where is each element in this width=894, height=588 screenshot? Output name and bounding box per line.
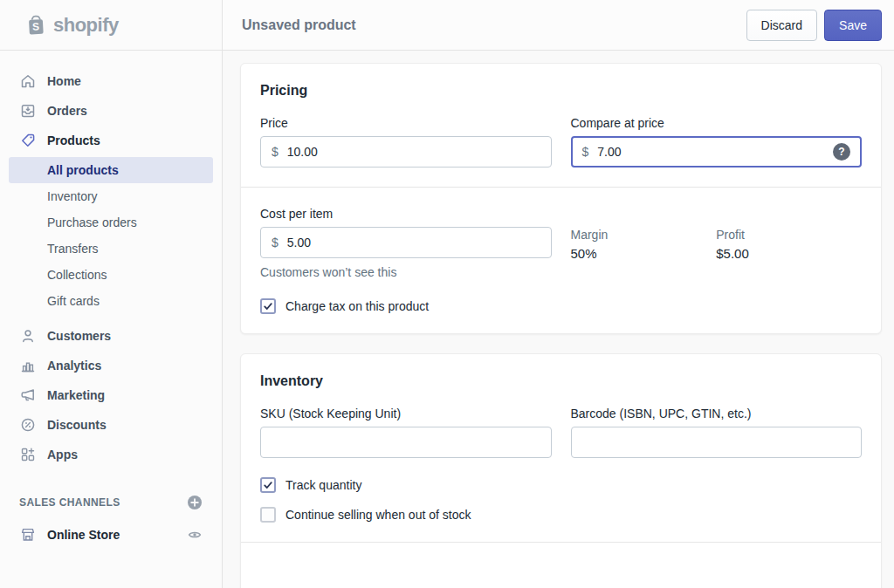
inventory-next-section: [241, 542, 881, 588]
sidebar-item-discounts[interactable]: Discounts: [0, 410, 222, 440]
storefront-icon: [19, 526, 37, 544]
profit-label: Profit: [716, 228, 862, 242]
main-content: Pricing Price $ Compare at price $: [223, 51, 894, 588]
shopify-wordmark: shopify: [53, 14, 119, 37]
inventory-heading: Inventory: [260, 373, 862, 389]
shopify-admin: S shopify Unsaved product Discard Save H…: [0, 0, 894, 588]
sales-channels-heading: SALES CHANNELS: [19, 496, 120, 509]
discount-badge-icon: [19, 416, 37, 434]
topbar-actions: Discard Save: [746, 10, 894, 41]
home-icon: [19, 72, 37, 90]
currency-prefix: $: [582, 145, 589, 159]
pricing-card: Pricing Price $ Compare at price $: [240, 63, 882, 334]
products-subnav: All products Inventory Purchase orders T…: [0, 157, 222, 314]
sidebar: Home Orders Products All products Invent…: [0, 51, 223, 588]
orders-icon: [19, 102, 37, 120]
shopify-logo[interactable]: S shopify: [0, 0, 223, 50]
cost-per-item-label: Cost per item: [260, 207, 552, 221]
sidebar-subitem-purchase-orders[interactable]: Purchase orders: [9, 209, 213, 236]
barcode-label: Barcode (ISBN, UPC, GTIN, etc.): [571, 407, 863, 420]
person-icon: [19, 327, 37, 345]
charge-tax-checkbox[interactable]: [260, 298, 276, 314]
barcode-field: Barcode (ISBN, UPC, GTIN, etc.): [571, 407, 863, 458]
sidebar-item-online-store[interactable]: Online Store: [0, 520, 222, 550]
sidebar-item-products[interactable]: Products: [0, 126, 222, 155]
save-button[interactable]: Save: [824, 10, 882, 41]
apps-grid-icon: [19, 446, 37, 463]
sku-input[interactable]: [272, 435, 540, 449]
add-channel-icon[interactable]: [187, 495, 203, 510]
sku-input-box: [260, 427, 552, 458]
continue-selling-label: Continue selling when out of stock: [285, 508, 471, 522]
top-bar: S shopify Unsaved product Discard Save: [0, 0, 894, 51]
margin-value: 50%: [571, 246, 717, 261]
view-store-eye-icon[interactable]: [187, 527, 203, 543]
price-field: Price $: [260, 116, 552, 168]
sidebar-item-orders[interactable]: Orders: [0, 96, 222, 126]
megaphone-icon: [19, 386, 37, 404]
inventory-card: Inventory SKU (Stock Keeping Unit) Barco…: [240, 353, 882, 588]
track-quantity-checkbox[interactable]: [260, 477, 276, 493]
sidebar-item-customers[interactable]: Customers: [0, 321, 222, 351]
profit-stat: Profit $5.00: [716, 228, 862, 279]
pricing-heading: Pricing: [260, 83, 862, 99]
cost-per-item-input[interactable]: [287, 236, 540, 250]
shopify-bag-icon: S: [24, 14, 47, 37]
sku-label: SKU (Stock Keeping Unit): [260, 407, 552, 420]
cost-per-item-field: Cost per item $ Customers won’t see this: [260, 207, 552, 279]
sidebar-subitem-all-products[interactable]: All products: [9, 157, 213, 183]
sku-field: SKU (Stock Keeping Unit): [260, 407, 552, 458]
track-quantity-checkbox-row[interactable]: Track quantity: [260, 477, 862, 493]
continue-selling-checkbox[interactable]: [260, 507, 276, 523]
sidebar-subitem-gift-cards[interactable]: Gift cards: [9, 288, 213, 314]
tag-icon: [19, 132, 37, 149]
continue-selling-checkbox-row[interactable]: Continue selling when out of stock: [260, 507, 862, 523]
sidebar-item-marketing[interactable]: Marketing: [0, 380, 222, 410]
cost-help-text: Customers won’t see this: [260, 265, 552, 279]
sidebar-subitem-collections[interactable]: Collections: [9, 262, 213, 288]
compare-at-price-input-box: $ ?: [571, 136, 863, 168]
question-mark-icon[interactable]: ?: [833, 143, 850, 161]
page-title: Unsaved product: [242, 17, 746, 33]
compare-at-price-field: Compare at price $ ?: [571, 116, 863, 168]
bar-chart-icon: [19, 357, 37, 374]
pricing-top-section: Pricing Price $ Compare at price $: [241, 64, 881, 187]
discard-button[interactable]: Discard: [746, 10, 817, 41]
sidebar-subitem-inventory[interactable]: Inventory: [9, 183, 213, 209]
charge-tax-checkbox-row[interactable]: Charge tax on this product: [260, 298, 862, 314]
sidebar-subitem-transfers[interactable]: Transfers: [9, 236, 213, 262]
compare-at-price-input[interactable]: [597, 145, 833, 159]
barcode-input[interactable]: [582, 435, 851, 449]
margin-stat: Margin 50%: [571, 228, 717, 279]
inventory-top-section: Inventory SKU (Stock Keeping Unit) Barco…: [241, 354, 881, 542]
margin-profit-row: Margin 50% Profit $5.00: [571, 207, 863, 279]
sidebar-item-analytics[interactable]: Analytics: [0, 351, 222, 380]
track-quantity-label: Track quantity: [285, 478, 361, 492]
price-input-box: $: [260, 136, 552, 168]
barcode-input-box: [571, 427, 863, 458]
sales-channels-section: SALES CHANNELS Online Store: [0, 492, 222, 550]
price-input[interactable]: [287, 145, 540, 159]
sidebar-item-apps[interactable]: Apps: [0, 440, 222, 469]
charge-tax-label: Charge tax on this product: [285, 299, 429, 313]
pricing-cost-section: Cost per item $ Customers won’t see this…: [241, 187, 881, 333]
margin-label: Margin: [571, 228, 717, 242]
sales-channels-header[interactable]: SALES CHANNELS: [0, 492, 222, 513]
currency-prefix: $: [272, 236, 279, 250]
currency-prefix: $: [272, 145, 279, 159]
price-label: Price: [260, 116, 552, 130]
cost-per-item-input-box: $: [260, 227, 552, 258]
sidebar-item-home[interactable]: Home: [0, 66, 222, 96]
svg-text:S: S: [32, 20, 40, 32]
profit-value: $5.00: [716, 246, 862, 261]
compare-at-price-label: Compare at price: [571, 116, 863, 130]
